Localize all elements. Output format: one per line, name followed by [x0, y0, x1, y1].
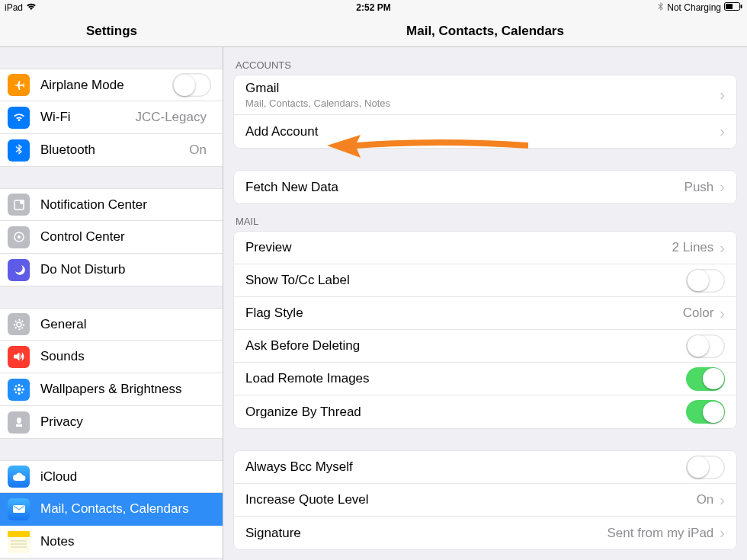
bcc-toggle[interactable] [686, 456, 725, 479]
sidebar-item-mail[interactable]: Mail, Contacts, Calendars [0, 493, 223, 526]
detail-pane[interactable]: ACCOUNTS Gmail Mail, Contacts, Calendars… [223, 47, 747, 560]
svg-point-16 [21, 392, 22, 393]
dnd-label: Do Not Disturb [40, 262, 211, 277]
wifi-label: Wi-Fi [40, 110, 135, 125]
gear-icon [8, 313, 30, 335]
svg-point-10 [18, 392, 20, 395]
svg-rect-1 [741, 5, 742, 8]
chevron-right-icon: › [720, 524, 725, 542]
sidebar-item-general[interactable]: General [0, 308, 223, 341]
dnd-icon [8, 259, 30, 281]
chevron-right-icon: › [720, 239, 725, 257]
notes-label: Notes [40, 534, 211, 549]
bluetooth-label: Bluetooth [40, 142, 189, 158]
svg-rect-18 [8, 531, 30, 537]
organize-toggle[interactable] [686, 400, 725, 424]
preview-label: Preview [245, 240, 672, 255]
svg-point-9 [18, 384, 20, 386]
ask-delete-toggle[interactable] [686, 334, 725, 358]
sidebar-item-wallpapers[interactable]: Wallpapers & Brightness [0, 373, 223, 406]
svg-point-12 [22, 389, 24, 391]
flag-value: Color [683, 306, 714, 321]
sidebar-item-bluetooth[interactable]: Bluetooth On [0, 134, 223, 167]
sidebar-item-dnd[interactable]: Do Not Disturb [0, 254, 223, 286]
mail-section-header: MAIL [223, 203, 747, 232]
bluetooth-value: On [189, 142, 207, 158]
load-remote-label: Load Remote Images [245, 371, 686, 386]
add-account-row[interactable]: Add Account › [234, 115, 736, 148]
charge-status-label: Not Charging [667, 2, 721, 13]
sounds-label: Sounds [40, 349, 211, 364]
signature-label: Signature [245, 526, 608, 541]
load-remote-row[interactable]: Load Remote Images [234, 363, 736, 395]
preview-row[interactable]: Preview 2 Lines › [234, 232, 736, 264]
chevron-right-icon: › [720, 86, 725, 104]
svg-point-4 [20, 200, 24, 204]
sidebar-item-notes[interactable]: Notes [0, 526, 223, 558]
general-label: General [40, 317, 211, 332]
gmail-sub: Mail, Contacts, Calendars, Notes [245, 98, 390, 109]
sidebar-item-sounds[interactable]: Sounds [0, 341, 223, 373]
cloud-icon [8, 466, 30, 488]
sidebar-item-wifi[interactable]: Wi-Fi JCC-Legacy [0, 101, 223, 134]
control-label: Control Center [40, 229, 211, 245]
svg-point-14 [21, 386, 22, 387]
flag-style-row[interactable]: Flag Style Color › [234, 297, 736, 330]
svg-point-6 [18, 235, 21, 238]
svg-rect-2 [726, 4, 733, 9]
show-tocc-row[interactable]: Show To/Cc Label [234, 264, 736, 297]
notes-icon [8, 531, 30, 553]
svg-point-11 [14, 389, 16, 391]
status-bar: iPad 2:52 PM Not Charging [0, 0, 747, 15]
chevron-right-icon: › [720, 305, 725, 322]
organize-thread-row[interactable]: Organize By Thread [234, 395, 736, 428]
ask-delete-row[interactable]: Ask Before Deleting [234, 330, 736, 363]
gmail-title: Gmail [245, 81, 390, 96]
settings-sidebar[interactable]: Airplane Mode Wi-Fi JCC-Legacy Bluetooth… [0, 47, 223, 560]
quote-value: On [697, 492, 714, 507]
load-remote-toggle[interactable] [686, 367, 725, 391]
always-bcc-row[interactable]: Always Bcc Myself [234, 451, 736, 484]
signature-value: Sent from my iPad [608, 526, 714, 541]
control-center-icon [8, 226, 30, 248]
organize-label: Organize By Thread [245, 405, 686, 420]
account-row-gmail[interactable]: Gmail Mail, Contacts, Calendars, Notes › [234, 75, 736, 115]
wifi-icon [8, 107, 30, 129]
show-tocc-toggle[interactable] [686, 269, 725, 293]
wallpapers-icon [8, 379, 30, 401]
device-name-label: iPad [5, 2, 23, 13]
svg-point-7 [17, 322, 21, 327]
privacy-icon [8, 411, 30, 434]
fetch-label: Fetch New Data [245, 180, 684, 195]
status-time-label: 2:52 PM [356, 2, 390, 13]
sidebar-item-notification[interactable]: Notification Center [0, 188, 223, 221]
airplane-icon [8, 74, 30, 96]
mail-icon [8, 498, 30, 520]
flag-label: Flag Style [245, 306, 683, 321]
fetch-value: Push [684, 180, 714, 195]
increase-quote-row[interactable]: Increase Quote Level On › [234, 484, 736, 517]
settings-title: Settings [0, 15, 223, 46]
bcc-label: Always Bcc Myself [245, 459, 686, 475]
sounds-icon [8, 346, 30, 368]
airplane-label: Airplane Mode [40, 78, 172, 93]
add-account-label: Add Account [245, 124, 720, 139]
bluetooth-status-icon [658, 2, 664, 14]
ask-delete-label: Ask Before Deleting [245, 338, 686, 354]
quote-label: Increase Quote Level [245, 492, 697, 507]
sidebar-item-control[interactable]: Control Center [0, 221, 223, 254]
chevron-right-icon: › [720, 178, 725, 196]
icloud-label: iCloud [40, 469, 211, 485]
svg-point-15 [14, 392, 16, 393]
wifi-status-icon [26, 2, 37, 13]
chevron-right-icon: › [720, 491, 725, 509]
sidebar-item-icloud[interactable]: iCloud [0, 460, 223, 493]
wifi-value: JCC-Legacy [135, 110, 207, 125]
sidebar-item-privacy[interactable]: Privacy [0, 406, 223, 439]
signature-row[interactable]: Signature Sent from my iPad › [234, 517, 736, 549]
sidebar-item-airplane[interactable]: Airplane Mode [0, 69, 223, 101]
fetch-row[interactable]: Fetch New Data Push › [234, 171, 736, 203]
airplane-toggle[interactable] [172, 73, 211, 97]
svg-point-8 [17, 388, 21, 392]
bluetooth-icon [8, 139, 30, 162]
